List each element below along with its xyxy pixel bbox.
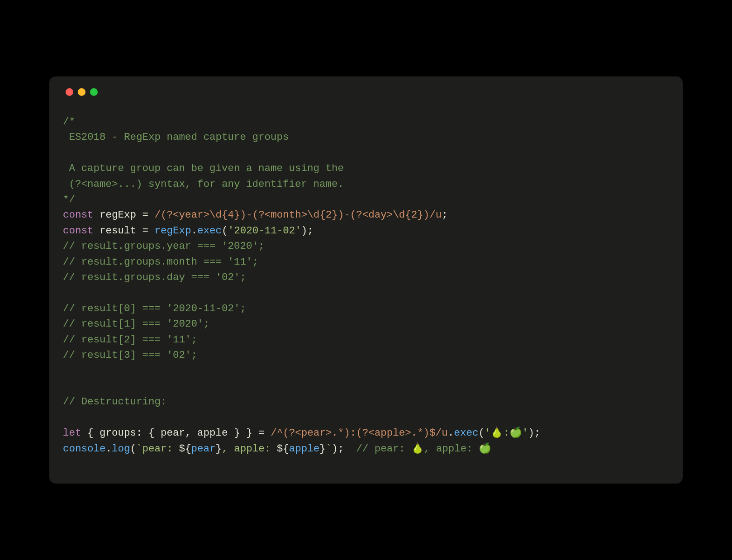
comment-line: // result[1] === '2020'; bbox=[63, 318, 209, 330]
punct: . bbox=[191, 225, 198, 237]
interp-close: } bbox=[216, 443, 222, 455]
operator: = bbox=[258, 427, 271, 439]
keyword: const bbox=[63, 225, 94, 237]
interp-close: } bbox=[319, 443, 326, 455]
comment-line: // result.groups.year === '2020'; bbox=[63, 240, 265, 252]
comment-line: // result.groups.day === '02'; bbox=[63, 271, 246, 283]
minimize-icon[interactable] bbox=[78, 88, 86, 96]
maximize-icon[interactable] bbox=[90, 88, 98, 96]
identifier: regExp bbox=[155, 225, 191, 237]
identifier: apple bbox=[197, 427, 228, 439]
punct: { bbox=[81, 427, 100, 439]
comment-line: A capture group can be given a name usin… bbox=[63, 162, 344, 174]
punct: . bbox=[106, 443, 112, 455]
function-call: exec bbox=[454, 427, 478, 439]
interp-open: ${ bbox=[277, 443, 289, 455]
punct: ; bbox=[442, 209, 448, 221]
traffic-lights bbox=[63, 88, 669, 96]
template-literal: ` bbox=[326, 443, 332, 455]
code-window: /* ES2018 - RegExp named capture groups … bbox=[49, 76, 683, 484]
punct: } } bbox=[228, 427, 259, 439]
punct: . bbox=[448, 427, 454, 439]
operator: = bbox=[143, 209, 155, 221]
identifier: regExp bbox=[94, 209, 143, 221]
string-literal: '2020-11-02' bbox=[228, 225, 301, 237]
comment-line: ES2018 - RegExp named capture groups bbox=[63, 131, 289, 143]
comment-line: // result.groups.month === '11'; bbox=[63, 256, 258, 268]
code-block: /* ES2018 - RegExp named capture groups … bbox=[63, 114, 669, 456]
punct: ); bbox=[528, 427, 540, 439]
comment-line: // pear: 🍐, apple: 🍏 bbox=[356, 443, 491, 455]
comment-line: */ bbox=[63, 194, 75, 205]
punct: ( bbox=[478, 427, 485, 439]
keyword: let bbox=[63, 427, 81, 439]
regex-literal: /(?<year>\d{4})-(?<month>\d{2})-(?<day>\… bbox=[155, 209, 442, 221]
comment-line: /* bbox=[63, 116, 75, 128]
function-call: log bbox=[112, 443, 130, 455]
identifier: apple bbox=[289, 443, 320, 455]
close-icon[interactable] bbox=[66, 88, 73, 96]
string-literal: '🍐:🍏' bbox=[485, 427, 528, 439]
comment-line: (?<name>...) syntax, for any identifier … bbox=[63, 178, 344, 190]
identifier: groups bbox=[100, 427, 136, 439]
function-call: exec bbox=[197, 225, 222, 237]
template-literal: , apple: bbox=[222, 443, 277, 455]
keyword: const bbox=[63, 209, 94, 221]
interp-open: ${ bbox=[179, 443, 191, 455]
punct: { bbox=[148, 427, 161, 439]
punct: ( bbox=[130, 443, 137, 455]
identifier: pear bbox=[161, 427, 185, 439]
punct: ); bbox=[332, 443, 356, 455]
punct: ); bbox=[301, 225, 314, 237]
identifier: result bbox=[94, 225, 143, 237]
punct: ( bbox=[222, 225, 228, 237]
operator: = bbox=[143, 225, 155, 237]
identifier: pear bbox=[191, 443, 216, 455]
identifier: console bbox=[63, 443, 106, 455]
comment-line: // result[0] === '2020-11-02'; bbox=[63, 303, 246, 314]
comment-line: // result[2] === '11'; bbox=[63, 334, 197, 346]
punct: , bbox=[185, 427, 197, 439]
template-literal: `pear: bbox=[136, 443, 179, 455]
regex-literal: /^(?<pear>.*):(?<apple>.*)$/u bbox=[271, 427, 448, 439]
comment-line: // Destructuring: bbox=[63, 396, 167, 408]
punct: : bbox=[136, 427, 148, 439]
comment-line: // result[3] === '02'; bbox=[63, 349, 197, 361]
